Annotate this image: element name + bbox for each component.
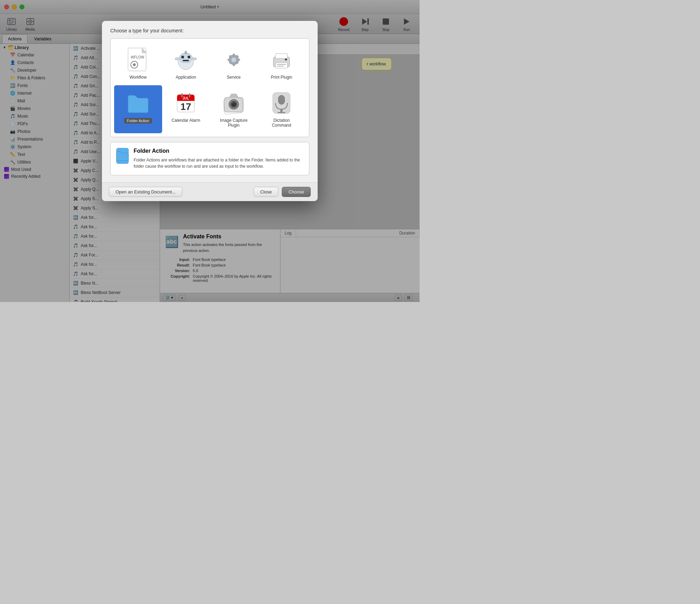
svg-point-23	[188, 56, 190, 58]
dialog-footer: Open an Existing Document... Close Choos…	[102, 182, 318, 201]
desc-box-content: Folder Action Folder Actions are workflo…	[134, 148, 303, 169]
svg-rect-58	[278, 95, 285, 104]
dialog-footer-right: Close Choose	[254, 187, 311, 197]
doc-types-grid: WFLOW Workflow	[110, 38, 309, 137]
svg-rect-27	[192, 58, 197, 60]
doc-type-dictation[interactable]: Dictation Command	[258, 85, 306, 133]
desc-box-text: Folder Actions are workflows that are at…	[134, 157, 303, 169]
svg-point-22	[181, 56, 184, 58]
dictation-type-label: Dictation Command	[272, 118, 291, 128]
doc-type-workflow[interactable]: WFLOW Workflow	[114, 42, 162, 85]
open-existing-button[interactable]: Open an Existing Document...	[109, 187, 182, 197]
service-type-label: Service	[227, 75, 241, 80]
workflow-type-icon: WFLOW	[126, 48, 150, 72]
svg-text:JUL: JUL	[183, 96, 189, 100]
doc-type-calendar-alarm[interactable]: 17 JUL Calendar Alarm	[162, 85, 210, 133]
svg-rect-26	[175, 58, 180, 60]
svg-rect-41	[277, 64, 286, 65]
svg-rect-30	[233, 54, 235, 56]
calendar-alarm-type-label: Calendar Alarm	[172, 118, 200, 123]
svg-rect-60	[278, 112, 285, 113]
svg-rect-59	[280, 109, 283, 112]
dialog: Choose a type for your document: WFLOW	[102, 21, 318, 201]
dialog-overlay: Choose a type for your document: WFLOW	[0, 0, 420, 302]
svg-rect-33	[237, 59, 240, 61]
svg-point-29	[231, 57, 236, 62]
print-plugin-type-icon	[269, 48, 294, 72]
application-type-icon	[174, 48, 198, 72]
workflow-type-label: Workflow	[129, 75, 146, 80]
folder-action-type-label: Folder Action	[124, 118, 152, 124]
svg-point-19	[133, 63, 136, 66]
doc-type-application[interactable]: Application	[162, 42, 210, 85]
close-button[interactable]: Close	[254, 187, 278, 197]
doc-type-print-plugin[interactable]: Print Plugin	[258, 42, 306, 85]
calendar-alarm-type-icon: 17 JUL	[174, 91, 198, 115]
svg-point-55	[232, 102, 233, 104]
choose-button[interactable]: Choose	[282, 187, 311, 197]
svg-rect-25	[185, 51, 187, 54]
svg-rect-24	[183, 60, 189, 61]
doc-type-image-capture[interactable]: Image Capture Plugin	[210, 85, 258, 133]
svg-rect-42	[277, 66, 284, 66]
svg-rect-39	[276, 54, 287, 58]
svg-rect-50	[189, 93, 190, 97]
dictation-type-icon	[269, 91, 294, 115]
svg-rect-40	[276, 63, 287, 68]
svg-rect-32	[228, 59, 230, 61]
desc-box: Folder Action Folder Actions are workflo…	[110, 142, 309, 175]
service-type-icon	[222, 48, 246, 72]
print-plugin-type-label: Print Plugin	[271, 75, 292, 80]
svg-text:17: 17	[181, 101, 191, 112]
dialog-content: Choose a type for your document: WFLOW	[102, 21, 318, 182]
doc-type-folder-action[interactable]: Folder Action	[114, 85, 162, 133]
folder-action-type-icon	[126, 91, 150, 115]
application-type-label: Application	[176, 75, 196, 80]
doc-type-service[interactable]: Service	[210, 42, 258, 85]
svg-point-43	[285, 58, 287, 61]
svg-text:WFLOW: WFLOW	[131, 55, 144, 59]
image-capture-type-label: Image Capture Plugin	[220, 118, 247, 128]
image-capture-type-icon	[222, 91, 246, 115]
svg-rect-49	[181, 93, 183, 97]
svg-rect-31	[233, 63, 235, 66]
desc-box-folder-icon	[116, 148, 129, 164]
desc-box-title: Folder Action	[134, 148, 303, 154]
dialog-title: Choose a type for your document:	[110, 28, 309, 33]
